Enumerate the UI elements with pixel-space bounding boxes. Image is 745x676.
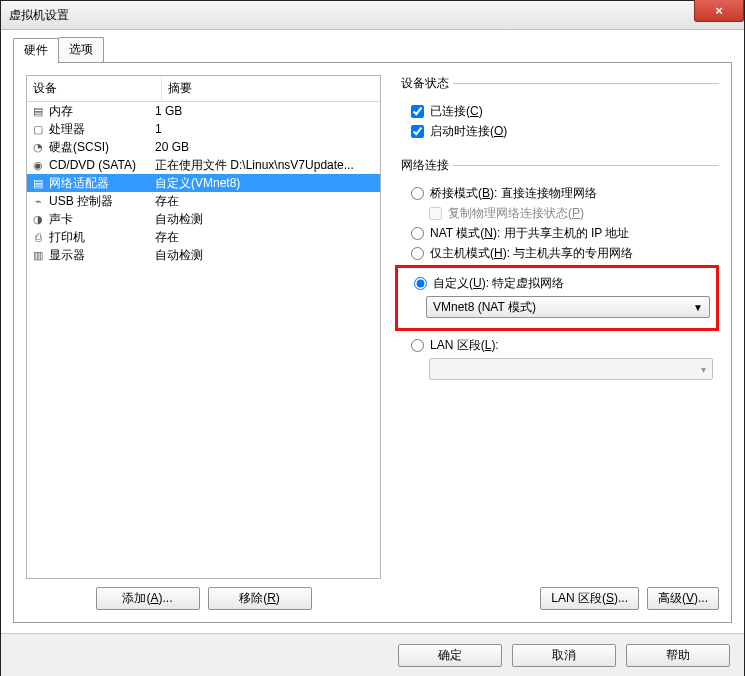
device-summary: 1 GB (149, 104, 380, 118)
radio-custom[interactable] (414, 277, 427, 290)
radio-lan-row[interactable]: LAN 区段(L): (411, 337, 719, 354)
radio-lan[interactable] (411, 339, 424, 352)
radio-bridged-row[interactable]: 桥接模式(B): 直接连接物理网络 (411, 185, 719, 202)
help-button[interactable]: 帮助 (626, 644, 730, 667)
device-row[interactable]: ◑声卡自动检测 (27, 210, 380, 228)
remove-button[interactable]: 移除(R) (208, 587, 312, 610)
device-row[interactable]: ⎙打印机存在 (27, 228, 380, 246)
device-name: 声卡 (49, 211, 73, 228)
device-row[interactable]: ◉CD/DVD (SATA)正在使用文件 D:\Linux\nsV7Update… (27, 156, 380, 174)
custom-highlight-box: 自定义(U): 特定虚拟网络 VMnet8 (NAT 模式) ▼ (395, 265, 719, 331)
device-summary: 自动检测 (149, 247, 380, 264)
device-name: CD/DVD (SATA) (49, 158, 136, 172)
connected-checkbox[interactable] (411, 105, 424, 118)
device-icon: ◑ (31, 212, 45, 226)
device-row[interactable]: ▤内存1 GB (27, 102, 380, 120)
connect-at-power-checkbox-row[interactable]: 启动时连接(O) (411, 123, 719, 140)
radio-nat-row[interactable]: NAT 模式(N): 用于共享主机的 IP 地址 (411, 225, 719, 242)
device-list[interactable]: 设备 摘要 ▤内存1 GB▢处理器1◔硬盘(SCSI)20 GB◉CD/DVD … (26, 75, 381, 579)
device-row[interactable]: ▤网络适配器自定义(VMnet8) (27, 174, 380, 192)
connected-checkbox-row[interactable]: 已连接(C) (411, 103, 719, 120)
device-icon: ◔ (31, 140, 45, 154)
device-name: 处理器 (49, 121, 85, 138)
device-icon: ▥ (31, 248, 45, 262)
device-icon: ⎙ (31, 230, 45, 244)
device-icon: ▢ (31, 122, 45, 136)
radio-custom-row[interactable]: 自定义(U): 特定虚拟网络 (414, 275, 710, 292)
advanced-button[interactable]: 高级(V)... (647, 587, 719, 610)
tab-bar: 硬件 选项 (13, 40, 732, 62)
device-name: USB 控制器 (49, 193, 113, 210)
device-name: 内存 (49, 103, 73, 120)
chevron-down-icon: ▾ (701, 364, 706, 375)
radio-nat[interactable] (411, 227, 424, 240)
device-icon: ▤ (31, 176, 45, 190)
radio-hostonly[interactable] (411, 247, 424, 260)
device-row[interactable]: ▥显示器自动检测 (27, 246, 380, 264)
network-connection-group: 网络连接 桥接模式(B): 直接连接物理网络 复制物理网络连接状态(P) NAT… (401, 157, 719, 382)
lan-segment-combo: ▾ (429, 358, 713, 380)
window-title: 虚拟机设置 (9, 7, 69, 24)
device-summary: 20 GB (149, 140, 380, 154)
device-summary: 1 (149, 122, 380, 136)
radio-hostonly-row[interactable]: 仅主机模式(H): 与主机共享的专用网络 (411, 245, 719, 262)
device-row[interactable]: ⌁USB 控制器存在 (27, 192, 380, 210)
device-summary: 自动检测 (149, 211, 380, 228)
device-name: 显示器 (49, 247, 85, 264)
close-button[interactable]: × (694, 0, 744, 22)
device-summary: 自定义(VMnet8) (149, 175, 380, 192)
radio-bridged[interactable] (411, 187, 424, 200)
close-icon: × (715, 3, 723, 18)
chevron-down-icon: ▼ (693, 302, 703, 313)
device-icon: ▤ (31, 104, 45, 118)
lan-segments-button[interactable]: LAN 区段(S)... (540, 587, 639, 610)
custom-network-combo[interactable]: VMnet8 (NAT 模式) ▼ (426, 296, 710, 318)
device-row[interactable]: ▢处理器1 (27, 120, 380, 138)
device-summary: 存在 (149, 193, 380, 210)
device-summary: 存在 (149, 229, 380, 246)
vm-settings-window: 虚拟机设置 × 硬件 选项 设备 摘要 ▤内存1 GB▢处理器1◔硬盘(SCSI… (0, 0, 745, 676)
cancel-button[interactable]: 取消 (512, 644, 616, 667)
device-status-group: 设备状态 已连接(C) 启动时连接(O) (401, 75, 719, 143)
tab-hardware[interactable]: 硬件 (13, 38, 59, 63)
col-header-summary[interactable]: 摘要 (162, 76, 380, 101)
device-name: 网络适配器 (49, 175, 109, 192)
device-name: 硬盘(SCSI) (49, 139, 109, 156)
dialog-footer: 确定 取消 帮助 (1, 633, 744, 676)
ok-button[interactable]: 确定 (398, 644, 502, 667)
device-icon: ⌁ (31, 194, 45, 208)
col-header-device[interactable]: 设备 (27, 76, 162, 101)
tab-options[interactable]: 选项 (58, 37, 104, 62)
device-status-legend: 设备状态 (401, 75, 453, 92)
replicate-checkbox-row: 复制物理网络连接状态(P) (429, 205, 719, 222)
device-row[interactable]: ◔硬盘(SCSI)20 GB (27, 138, 380, 156)
network-connection-legend: 网络连接 (401, 157, 453, 174)
replicate-checkbox (429, 207, 442, 220)
connect-at-power-checkbox[interactable] (411, 125, 424, 138)
device-name: 打印机 (49, 229, 85, 246)
add-button[interactable]: 添加(A)... (96, 587, 200, 610)
tab-panel-hardware: 设备 摘要 ▤内存1 GB▢处理器1◔硬盘(SCSI)20 GB◉CD/DVD … (13, 62, 732, 623)
list-header: 设备 摘要 (27, 76, 380, 102)
custom-network-value: VMnet8 (NAT 模式) (433, 299, 536, 316)
device-icon: ◉ (31, 158, 45, 172)
titlebar[interactable]: 虚拟机设置 × (1, 1, 744, 30)
device-summary: 正在使用文件 D:\Linux\nsV7Update... (149, 157, 380, 174)
